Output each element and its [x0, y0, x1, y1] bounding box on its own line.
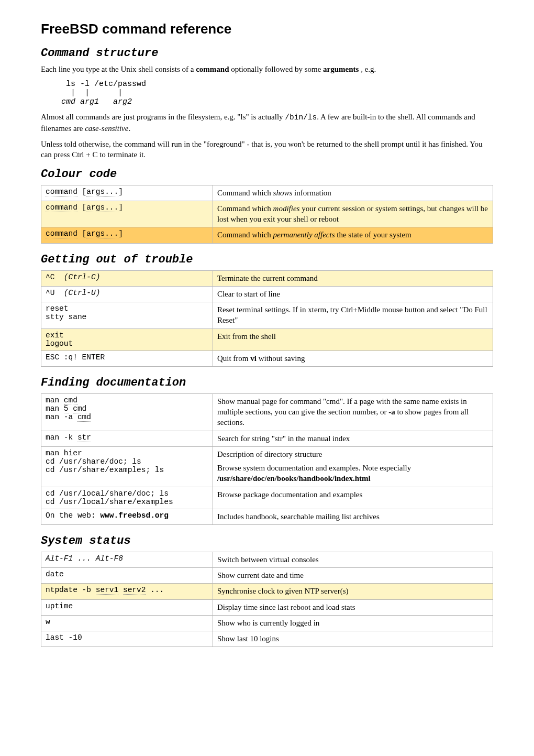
colour-code-table: command [args...] Command which shows in… — [41, 185, 493, 244]
trouble-ctrl-c: ^C (Ctrl-C) — [41, 270, 213, 286]
trouble-table: ^C (Ctrl-C) Terminate the current comman… — [41, 270, 493, 367]
arg-underline: 5 — [64, 404, 69, 413]
page-title: FreeBSD command reference — [41, 21, 493, 37]
docs-hier: man hier cd /usr/share/doc; ls cd /usr/s… — [41, 446, 213, 487]
text: cd /usr/local/share/doc; ls — [46, 489, 169, 498]
arg-underline: command — [46, 229, 77, 238]
text: Almost all commands are just programs in… — [41, 113, 285, 121]
docs-man-k-desc: Search for string "str" in the manual in… — [213, 431, 493, 446]
text: man -a — [46, 413, 77, 421]
status-date-desc: Show current date and time — [213, 568, 493, 584]
table-row: last -10 Show last 10 logins — [41, 631, 493, 647]
text: optionally followed by some — [229, 65, 324, 73]
text: man — [46, 396, 64, 404]
colour-cmd-shows: command [args...] — [41, 185, 213, 201]
text-italic: (Ctrl-C) — [64, 273, 101, 281]
docs-web: On the web: www.freebsd.org — [41, 509, 213, 524]
status-altf: Alt-F1 ... Alt-F8 — [41, 552, 213, 567]
table-row: cd /usr/local/share/doc; ls cd /usr/loca… — [41, 487, 493, 509]
trouble-vi-quit: ESC :q! ENTER — [41, 350, 213, 366]
text: cd /usr/local/share/examples — [46, 498, 173, 506]
status-ntpdate: ntpdate -b serv1 serv2 ... — [41, 584, 213, 599]
text: man — [46, 404, 64, 413]
text-italic: case-sensitive — [85, 124, 128, 133]
docs-local: cd /usr/local/share/doc; ls cd /usr/loca… — [41, 487, 213, 509]
table-row: reset stty sane Reset terminal settings.… — [41, 302, 493, 329]
arg-underline: str — [77, 433, 91, 442]
section-trouble: Getting out of trouble — [41, 253, 493, 266]
table-row: uptime Display time since last reboot an… — [41, 599, 493, 615]
table-row: ^U (Ctrl-U) Clear to start of line — [41, 286, 493, 302]
table-row: w Show who is currently logged in — [41, 615, 493, 631]
arg-underline: serv2 — [123, 586, 146, 595]
cmd-structure-example: ls -l /etc/passwd | | | cmd arg1 arg2 — [57, 80, 493, 106]
text: Command which — [217, 189, 273, 197]
docs-table: man cmd man 5 cmd man -a cmd Show manual… — [41, 393, 493, 525]
table-row: man hier cd /usr/share/doc; ls cd /usr/s… — [41, 446, 493, 487]
docs-man-k: man -k str — [41, 431, 213, 446]
arg-underline: serv1 — [96, 586, 119, 595]
text: On the web: — [46, 511, 100, 520]
docs-web-desc: Includes handbook, searchable mailing li… — [213, 509, 493, 524]
arg-underline: args... — [86, 229, 118, 238]
text: ^C — [46, 273, 64, 281]
text: Browse system documentation and examples… — [217, 463, 488, 484]
docs-man-desc: Show manual page for command "cmd". If a… — [213, 393, 493, 431]
text: Command which — [217, 231, 273, 239]
trouble-ctrl-c-desc: Terminate the current command — [213, 270, 493, 286]
text-bold: /usr/share/doc/en/books/handbook/index.h… — [217, 474, 371, 483]
colour-desc-permanent: Command which permanently affects the st… — [213, 227, 493, 243]
status-uptime: uptime — [41, 599, 213, 615]
docs-local-desc: Browse package documentation and example… — [213, 487, 493, 509]
status-last-desc: Show last 10 logins — [213, 631, 493, 647]
section-colour-code: Colour code — [41, 168, 493, 181]
table-row: ^C (Ctrl-C) Terminate the current comman… — [41, 270, 493, 286]
inline-code: /bin/ls — [285, 113, 317, 122]
bracket: [ — [77, 203, 86, 212]
table-row: ntpdate -b serv1 serv2 ... Synchronise c… — [41, 584, 493, 599]
status-table: Alt-F1 ... Alt-F8 Switch between virtual… — [41, 552, 493, 648]
cmd-structure-p3: Unless told otherwise, the command will … — [41, 139, 493, 160]
docs-hier-desc: Description of directory structure Brows… — [213, 446, 493, 487]
text: cd /usr/share/examples; ls — [46, 466, 164, 474]
table-row: exit logout Exit from the shell — [41, 328, 493, 350]
section-command-structure: Command structure — [41, 47, 493, 60]
text-bold: www.freebsd.org — [100, 511, 169, 520]
colour-row-modifies: command [args...] Command which modifies… — [41, 201, 493, 227]
table-row: On the web: www.freebsd.org Includes han… — [41, 509, 493, 524]
colour-row-permanent: command [args...] Command which permanen… — [41, 227, 493, 243]
bracket: ] — [118, 203, 123, 212]
arg-underline: cmd — [73, 404, 86, 413]
text-bold: vi — [250, 354, 257, 363]
text-bold: -a — [388, 408, 395, 416]
arg-underline: cmd — [64, 396, 77, 405]
status-last: last -10 — [41, 631, 213, 647]
bracket: ] — [118, 229, 123, 238]
text-italic: shows — [273, 189, 293, 197]
text-italic: (Ctrl-U) — [64, 289, 101, 297]
text: . — [128, 124, 130, 133]
section-status: System status — [41, 534, 493, 547]
table-row: man cmd man 5 cmd man -a cmd Show manual… — [41, 393, 493, 431]
trouble-ctrl-u: ^U (Ctrl-U) — [41, 286, 213, 302]
status-w-desc: Show who is currently logged in — [213, 615, 493, 631]
docs-man-cmd: man cmd man 5 cmd man -a cmd — [41, 393, 213, 431]
trouble-exit-desc: Exit from the shell — [213, 328, 493, 350]
bracket: [ — [77, 188, 86, 196]
code-line: ls -l /etc/passwd — [57, 80, 146, 89]
bracket: [ — [77, 229, 86, 238]
status-w: w — [41, 615, 213, 631]
text: man -k — [46, 433, 77, 442]
text-italic: Alt-F1 ... Alt-F8 — [46, 554, 123, 563]
trouble-reset-desc: Reset terminal settings. If in xterm, tr… — [213, 302, 493, 329]
table-row: man -k str Search for string "str" in th… — [41, 431, 493, 446]
colour-cmd-modifies: command [args...] — [41, 201, 213, 227]
code-line: | | | — [57, 89, 123, 97]
text — [69, 404, 73, 413]
table-row: ESC :q! ENTER Quit from vi without savin… — [41, 350, 493, 366]
section-docs: Finding documentation — [41, 376, 493, 389]
code-line-italic: cmd arg1 arg2 — [57, 97, 132, 106]
text: , e.g. — [359, 65, 376, 73]
colour-row-shows: command [args...] Command which shows in… — [41, 185, 493, 201]
colour-desc-modifies: Command which modifies your current sess… — [213, 201, 493, 227]
